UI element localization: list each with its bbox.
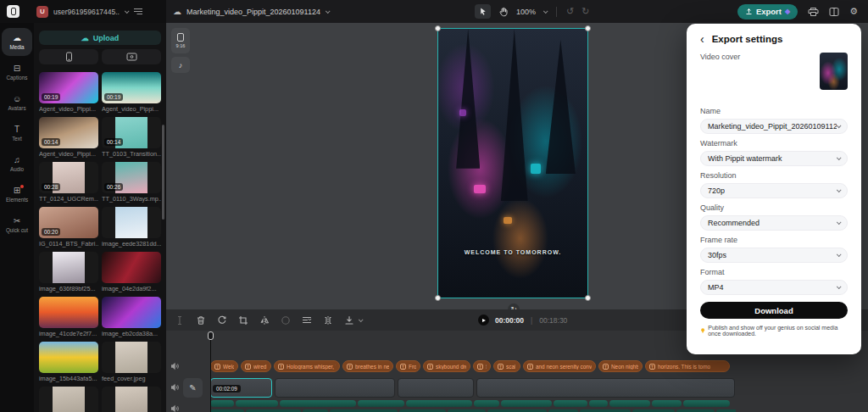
caption-clip-horizons-this-is-tomo[interactable]: horizons. This is tomo — [645, 360, 730, 372]
phone-import-button[interactable] — [39, 49, 98, 64]
export-button[interactable]: Export ◆ — [737, 4, 798, 19]
pointer-tool-button[interactable] — [475, 4, 491, 19]
audio-clip[interactable] — [501, 400, 552, 407]
project-title[interactable]: Marketing_video_Pippit_202601091124 — [186, 8, 320, 16]
caption-clip-holograms-whisper-t[interactable]: Holograms whisper, T — [274, 360, 340, 372]
media-thumbnail[interactable]: image_41cde7e2f7... — [39, 297, 98, 337]
media-thumbnail[interactable]: 00:20 IG_0114_BTS_Fabri... — [39, 207, 98, 248]
caption-clip-skybound-dre[interactable]: skybound dre — [423, 360, 470, 372]
text-cursor-icon[interactable] — [175, 315, 185, 326]
field-control[interactable]: 30fps — [700, 248, 848, 263]
media-thumbnail[interactable]: 00:19 Agent_video_Pippi... — [39, 72, 98, 113]
play-button[interactable] — [478, 315, 489, 326]
caption-clip-and-neon-serenity-conver[interactable]: and neon serenity conver — [523, 360, 596, 372]
audio-clip[interactable] — [683, 400, 730, 407]
download-button[interactable]: Download — [700, 302, 848, 319]
caption-clip-neon-nights-infini[interactable]: Neon nights. Infini — [598, 360, 643, 372]
video-clip[interactable] — [398, 378, 474, 398]
download-clip-icon[interactable] — [344, 315, 354, 326]
video-clip[interactable]: 00:02:09 — [210, 378, 272, 398]
media-thumbnail[interactable] — [39, 387, 98, 412]
rotate-ccw-icon[interactable] — [217, 315, 227, 326]
field-control[interactable]: 720p — [700, 183, 848, 198]
chevron-down-icon[interactable] — [543, 8, 548, 14]
chevron-down-icon[interactable] — [326, 8, 331, 14]
auto-layout-icon[interactable] — [302, 315, 312, 326]
video-track-mute-icon[interactable] — [170, 383, 180, 392]
resize-handle[interactable] — [585, 295, 591, 301]
zoom-level[interactable]: 100% — [516, 8, 536, 16]
app-logo-icon[interactable] — [7, 5, 19, 18]
video-cover-thumbnail[interactable] — [820, 53, 848, 90]
caption-clip-scal[interactable]: scal — [493, 360, 520, 372]
audio-clip[interactable] — [280, 400, 356, 407]
media-thumbnail[interactable]: image_15b443afa5... — [39, 342, 98, 382]
tiktok-preset-button[interactable]: ♪ — [171, 57, 190, 73]
chevron-down-icon[interactable] — [359, 317, 364, 322]
video-preview[interactable]: WELCOME TO TOMORROW. — [437, 28, 588, 298]
caption-clip-fron[interactable]: Fron — [396, 360, 420, 372]
printer-icon[interactable] — [808, 7, 819, 17]
opacity-icon[interactable] — [281, 315, 291, 326]
redo-icon[interactable]: ↻ — [581, 7, 589, 16]
audio-clip[interactable] — [554, 400, 587, 407]
sidebar-item-captions[interactable]: ⊟ Captions — [2, 58, 32, 86]
hand-tool-icon[interactable] — [498, 7, 509, 17]
media-thumbnail[interactable]: image_eede3281dd... — [102, 207, 161, 248]
caption-clip-wired-in[interactable]: wired in — [241, 360, 271, 372]
audio-clip[interactable] — [474, 400, 499, 407]
playhead-handle[interactable] — [208, 331, 214, 340]
back-arrow-icon[interactable]: ‹ — [700, 34, 704, 44]
sidebar-item-avatars[interactable]: ☺ Avatars — [2, 89, 32, 117]
flip-horizontal-icon[interactable] — [259, 315, 270, 326]
user-avatar[interactable]: U — [36, 6, 48, 18]
resize-handle[interactable] — [435, 295, 441, 301]
resize-handle[interactable] — [585, 25, 591, 31]
audio-clip[interactable] — [589, 400, 608, 407]
sidebar-item-audio[interactable]: ♫ Audio — [2, 150, 32, 178]
media-thumbnail[interactable]: 00:14 Agent_video_Pippi... — [39, 117, 98, 158]
audio-track-mute-icon[interactable] — [170, 404, 180, 412]
audio-clip[interactable] — [609, 400, 650, 407]
undo-icon[interactable]: ↺ — [566, 7, 574, 16]
audio-clip[interactable] — [652, 400, 682, 407]
screen-record-button[interactable] — [102, 49, 161, 64]
media-panel-scrollbar[interactable] — [162, 125, 164, 220]
sidebar-item-elements[interactable]: ⊞ Elements — [2, 181, 32, 209]
settings-gear-icon[interactable]: ⚙ — [849, 7, 858, 16]
chevron-down-icon[interactable] — [125, 8, 130, 14]
audio-clip[interactable] — [406, 400, 472, 407]
media-thumbnail[interactable]: 00:19 Agent_video_Pippi... — [102, 72, 161, 113]
media-thumbnail[interactable]: feed_cover.jpeg — [102, 342, 161, 382]
audio-clip[interactable] — [236, 400, 278, 407]
media-thumbnail[interactable]: 00:14 TT_0103_Transition... — [102, 117, 161, 158]
field-control[interactable]: MP4 — [700, 280, 848, 295]
edit-track-button[interactable]: ✎ — [183, 378, 203, 398]
sidebar-item-quick-cut[interactable]: ✂ Quick cut — [2, 211, 32, 239]
sidebar-item-media[interactable]: ☁ Media — [2, 28, 32, 56]
split-view-icon[interactable] — [829, 7, 839, 17]
crop-icon[interactable] — [238, 315, 248, 326]
media-thumbnail[interactable]: image_eb2cda38a... — [102, 297, 161, 337]
split-clip-icon[interactable] — [323, 315, 333, 326]
upload-button[interactable]: ☁ Upload — [39, 31, 161, 45]
media-thumbnail[interactable]: image_04e2da9f2... — [102, 252, 161, 292]
resize-handle[interactable] — [435, 25, 441, 31]
video-clip[interactable] — [476, 378, 735, 398]
media-thumbnail[interactable] — [102, 387, 161, 412]
caption-track-mute-icon[interactable] — [170, 362, 180, 370]
project-list-icon[interactable] — [133, 7, 143, 16]
playhead[interactable] — [208, 331, 214, 412]
sidebar-item-text[interactable]: T Text — [2, 120, 32, 148]
media-thumbnail[interactable]: 00:26 TT_0110_3Ways.mp... — [102, 162, 161, 203]
media-thumbnail[interactable]: 00:28 TT_0124_UGCRem... — [39, 162, 98, 203]
aspect-ratio-button[interactable]: 9:16 — [171, 28, 190, 53]
user-name[interactable]: user961959617445... — [53, 8, 120, 16]
delete-icon[interactable] — [196, 315, 206, 326]
field-control[interactable]: With Pippit watermark — [700, 151, 848, 166]
audio-clip[interactable] — [358, 400, 404, 407]
field-control[interactable]: Marketing_video_Pippit_202601091124 — [700, 119, 848, 134]
video-clip[interactable] — [275, 378, 395, 398]
caption-clip-breathes-in-ne[interactable]: breathes in ne — [342, 360, 393, 372]
field-control[interactable]: Recommended — [700, 215, 848, 231]
